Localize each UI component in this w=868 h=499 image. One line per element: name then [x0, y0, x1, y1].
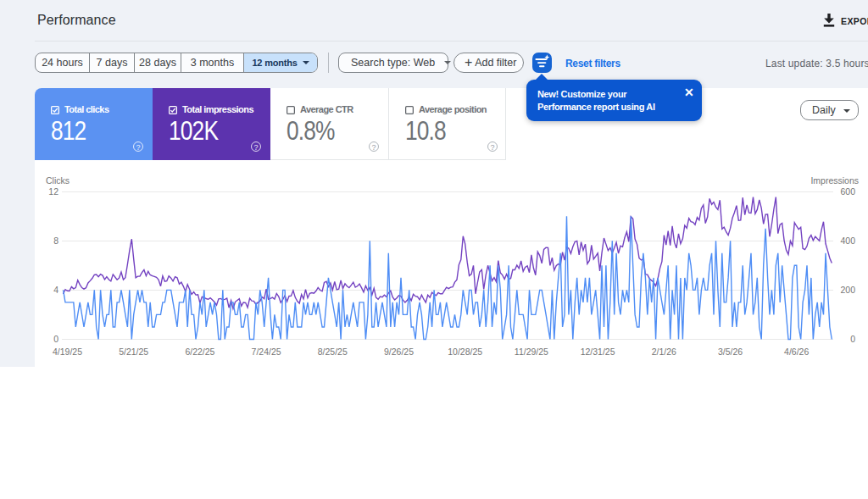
- svg-text:200: 200: [840, 285, 855, 295]
- svg-text:12: 12: [48, 186, 58, 197]
- svg-text:Impressions: Impressions: [810, 175, 859, 186]
- svg-text:Clicks: Clicks: [46, 175, 70, 186]
- svg-text:5/21/25: 5/21/25: [119, 347, 148, 357]
- svg-text:400: 400: [840, 236, 855, 246]
- svg-text:0: 0: [53, 334, 58, 344]
- svg-text:12/31/25: 12/31/25: [581, 347, 615, 357]
- svg-text:8: 8: [53, 236, 58, 246]
- svg-text:4: 4: [53, 285, 58, 295]
- svg-text:2/1/26: 2/1/26: [652, 347, 676, 357]
- svg-text:8/25/25: 8/25/25: [318, 347, 348, 357]
- svg-text:9/26/25: 9/26/25: [384, 347, 414, 357]
- svg-text:6/22/25: 6/22/25: [185, 347, 214, 357]
- svg-text:11/29/25: 11/29/25: [515, 347, 548, 357]
- svg-text:0: 0: [850, 334, 855, 344]
- svg-text:3/5/26: 3/5/26: [718, 347, 743, 357]
- svg-text:10/28/25: 10/28/25: [448, 347, 482, 357]
- svg-text:4/6/26: 4/6/26: [784, 347, 809, 357]
- svg-text:600: 600: [840, 186, 855, 197]
- svg-text:7/24/25: 7/24/25: [252, 347, 281, 357]
- svg-text:4/19/25: 4/19/25: [53, 347, 82, 357]
